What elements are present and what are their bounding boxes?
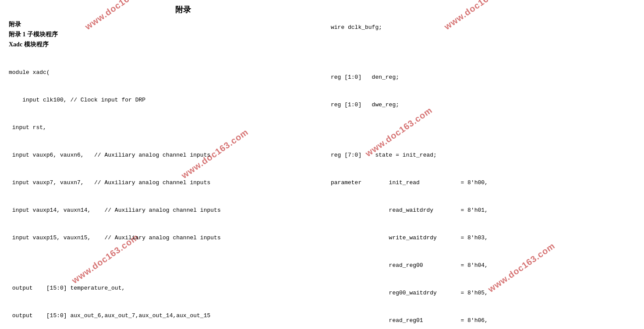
- left-panel: 附录 附录 附录 1 子模块程序 Xadc 模块程序 module xadc( …: [0, 0, 322, 329]
- code-line-4: input vauxp6, vauxn6, // Auxiliary analo…: [9, 150, 313, 160]
- right-panel: wire dclk_bufg; reg [1:0] den_reg; reg […: [322, 0, 644, 329]
- code-line-7: input vauxp15, vauxn15, // Auxiliary ana…: [9, 233, 313, 242]
- r-code-line-1: wire dclk_bufg;: [331, 23, 635, 32]
- r-code-line-9: reg00_waitdrdy = 8'h05,: [331, 288, 635, 298]
- code-line-2: input clk100, // Clock input for DRP: [9, 95, 313, 105]
- r-code-line-3: reg [1:0] dwe_reg;: [331, 100, 635, 109]
- r-code-line-2: reg [1:0] den_reg;: [331, 73, 635, 82]
- left-code-block: module xadc( input clk100, // Clock inpu…: [9, 49, 313, 329]
- code-line-8: output [15:0] temperature_out,: [9, 284, 313, 293]
- r-code-line-6: read_waitdrdy = 8'h01,: [331, 206, 635, 215]
- r-code-line-7: write_waitdrdy = 8'h03,: [331, 233, 635, 242]
- r-code-line-5: parameter init_read = 8'h00,: [331, 178, 635, 187]
- page-container: www.doc163.com www.doc163.com www.doc163…: [0, 0, 644, 329]
- page-title: 附录: [53, 4, 313, 15]
- code-line-6: input vauxp14, vauxn14, // Auxiliary ana…: [9, 206, 313, 215]
- appendix-label: 附录: [9, 19, 313, 29]
- right-code-block: wire dclk_bufg; reg [1:0] den_reg; reg […: [331, 4, 635, 329]
- code-line-5: input vauxp7, vauxn7, // Auxiliary analo…: [9, 178, 313, 187]
- code-line-9: output [15:0] aux_out_6,aux_out_7,aux_ou…: [9, 311, 313, 320]
- left-header: 附录 附录 1 子模块程序 Xadc 模块程序: [9, 19, 313, 49]
- r-code-line-8: read_reg00 = 8'h04,: [331, 261, 635, 270]
- code-line-1: module xadc(: [9, 68, 313, 77]
- appendix-1-label: 附录 1 子模块程序: [9, 29, 313, 39]
- r-code-line-4: reg [7:0] state = init_read;: [331, 150, 635, 160]
- r-code-line-10: read_reg01 = 8'h06,: [331, 316, 635, 325]
- xadc-label: Xadc 模块程序: [9, 39, 313, 49]
- code-line-3: input rst,: [9, 123, 313, 132]
